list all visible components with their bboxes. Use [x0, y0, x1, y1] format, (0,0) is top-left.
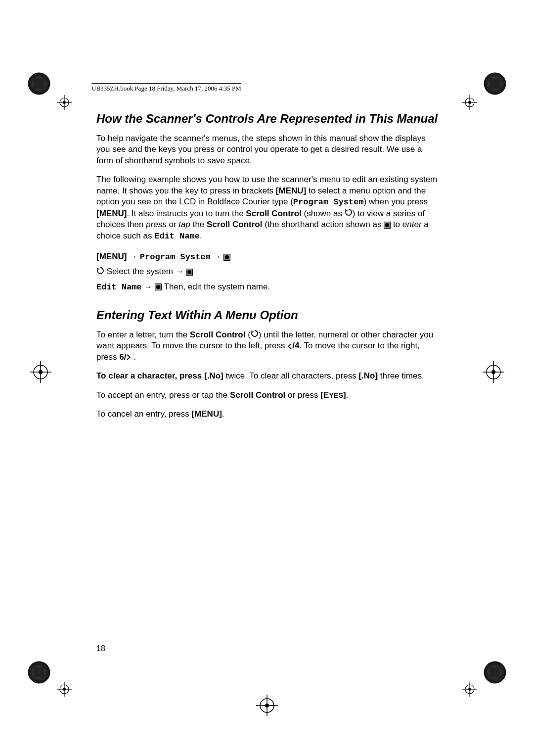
scroll-turn-icon — [251, 330, 259, 340]
scroll-press-icon — [384, 222, 391, 229]
crosshair-inner-top-right — [462, 95, 477, 110]
arrow-icon: → — [144, 282, 153, 291]
left-chevron-icon — [287, 341, 292, 350]
section-heading-controls: How the Scanner's Controls Are Represent… — [96, 111, 440, 126]
crosshair-left — [30, 361, 51, 383]
crosshair-right — [483, 361, 504, 383]
registration-mark-bottom-left — [27, 661, 51, 684]
svg-point-31 — [63, 688, 66, 691]
svg-point-19 — [265, 704, 269, 708]
svg-point-27 — [468, 101, 471, 104]
crosshair-inner-top-left — [57, 95, 72, 110]
menu-steps: [MENU] → Program System → Select the sys… — [96, 250, 440, 293]
crosshair-inner-bottom-right — [462, 682, 477, 697]
paragraph-example: The following example shows you how to u… — [96, 174, 440, 242]
scroll-press-icon — [155, 284, 162, 290]
svg-point-23 — [63, 101, 66, 104]
arrow-icon: → — [213, 252, 221, 261]
svg-point-15 — [491, 370, 495, 374]
arrow-icon: → — [176, 267, 184, 276]
paragraph-accept: To accept an entry, press or tap the Scr… — [96, 390, 440, 401]
scroll-turn-icon — [345, 208, 353, 219]
step-line-1: [MENU] → Program System → — [96, 250, 440, 264]
arrow-icon: → — [129, 252, 140, 261]
scroll-turn-icon — [96, 265, 104, 279]
header-text: UB335ZH.book Page 18 Friday, March 17, 2… — [91, 83, 241, 93]
page-header: UB335ZH.book Page 18 Friday, March 17, 2… — [91, 83, 241, 93]
svg-point-35 — [468, 688, 471, 691]
page-number: 18 — [96, 644, 105, 653]
paragraph-cancel: To cancel an entry, press [MENU]. — [96, 409, 440, 420]
step-line-3: Edit Name → Then, edit the system name. — [96, 280, 440, 294]
registration-mark-bottom-right — [483, 661, 507, 684]
scroll-press-icon — [223, 254, 230, 261]
section-heading-entering-text: Entering Text Within A Menu Option — [96, 308, 440, 323]
crosshair-inner-bottom-left — [57, 682, 72, 697]
paragraph-intro: To help navigate the scanner's menus, th… — [96, 133, 440, 166]
paragraph-clear-char: To clear a character, press [.No] twice.… — [96, 371, 440, 381]
svg-point-11 — [39, 370, 43, 374]
step-line-2: Select the system → — [96, 265, 440, 279]
crosshair-bottom — [256, 695, 278, 716]
scroll-press-icon — [186, 269, 193, 276]
registration-mark-top-right — [483, 72, 507, 95]
right-chevron-icon — [126, 352, 131, 362]
registration-mark-top-left — [27, 72, 51, 95]
paragraph-enter-letter: To enter a letter, turn the Scroll Contr… — [96, 330, 440, 363]
